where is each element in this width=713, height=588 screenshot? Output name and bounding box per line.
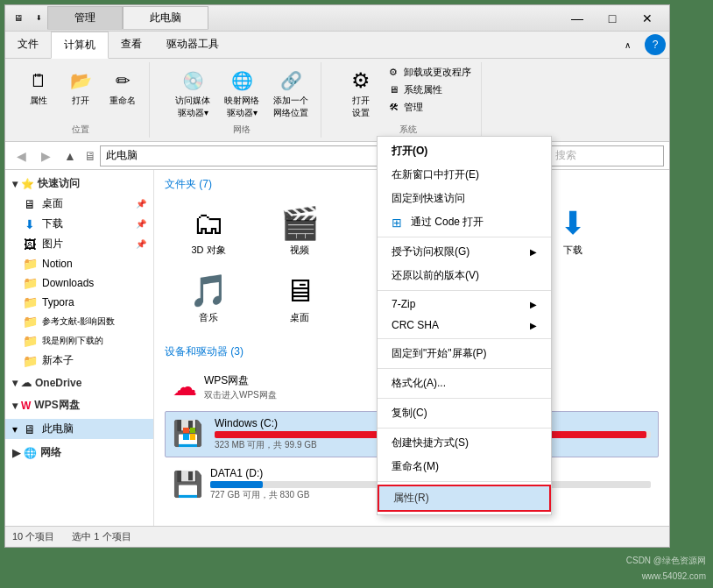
wps-icon: W [21, 400, 31, 412]
close-button[interactable]: ✕ [630, 5, 665, 32]
ribbon-subitem-system-props[interactable]: 🖥 系统属性 [384, 81, 474, 97]
manage-label: 管理 [404, 101, 423, 114]
references-folder-icon: 📁 [23, 315, 37, 329]
crcsha-arrow-icon: ▶ [530, 321, 537, 330]
help-btn[interactable]: ? [645, 34, 666, 55]
map-drive-icon: 🌐 [228, 67, 256, 95]
sidebar-section-wps: ▾ W WPS网盘 [5, 395, 153, 415]
ctx-item-properties[interactable]: 属性(R) [378, 485, 551, 512]
ctx-item-restore[interactable]: 还原以前的版本(V) [378, 264, 551, 287]
add-location-label: 添加一个网络位置 [273, 95, 308, 119]
ctx-divider-7 [378, 481, 551, 482]
onedrive-label: OneDrive [35, 377, 81, 389]
ctx-item-shortcut[interactable]: 创建快捷方式(S) [378, 431, 551, 455]
desktop-icon: 🖥 [23, 197, 37, 211]
sidebar-item-desktop[interactable]: 🖥 桌面 📌 [5, 194, 153, 214]
ctx-item-crcsha[interactable]: CRC SHA ▶ [378, 315, 551, 336]
ribbon-tab-drive-tools[interactable]: 驱动器工具 [154, 32, 231, 58]
folder-3d-icon: 🗂 [193, 205, 224, 242]
media-drive-label: 访问媒体驱动器▾ [175, 95, 210, 119]
ctx-item-open-new[interactable]: 在新窗口中打开(E) [378, 163, 551, 187]
ctx-item-vscode[interactable]: ⊞ 通过 Code 打开 [378, 210, 551, 234]
sidebar-header-network[interactable]: ▶ 🌐 网络 [5, 443, 153, 463]
sidebar-header-wps[interactable]: ▾ W WPS网盘 [5, 395, 153, 415]
sidebar-item-references[interactable]: 📁 参考文献-影响因数 [5, 312, 153, 331]
sidebar-header-quickaccess[interactable]: ▾ ⭐ 快速访问 [5, 174, 153, 194]
sidebar-item-downloaded[interactable]: 📁 我是刚刚下载的 [5, 331, 153, 351]
folder-music-name: 音乐 [199, 311, 218, 324]
up-button[interactable]: ▲ [60, 145, 81, 166]
maximize-button[interactable]: □ [595, 5, 630, 32]
ctx-item-pin-start[interactable]: 固定到"开始"屏幕(P) [378, 342, 551, 365]
back-button[interactable]: ◀ [11, 145, 32, 166]
network-arrow: ▶ [12, 447, 20, 459]
tab-manage[interactable]: 管理 [47, 6, 123, 29]
quickaccess-arrow: ▾ [12, 178, 18, 190]
windows-logo [183, 428, 195, 440]
folder-item-music[interactable]: 🎵 音乐 [165, 266, 252, 330]
media-drive-icon: 💿 [179, 67, 207, 95]
ribbon-group-location-label: 位置 [72, 124, 89, 136]
ctx-item-copy[interactable]: 复制(C) [378, 401, 551, 425]
folder-item-desktop[interactable]: 🖥 桌面 [256, 266, 343, 330]
sidebar-item-notebook[interactable]: 📁 新本子 [5, 351, 153, 371]
sidebar-typora-label: Typora [42, 296, 74, 308]
drive-c-icon-wrap: 💾 [173, 419, 208, 450]
sidebar-item-pictures[interactable]: 🖼 图片 📌 [5, 234, 153, 254]
sidebar-header-onedrive[interactable]: ▾ ☁ OneDrive [5, 374, 153, 392]
ribbon-subitem-uninstall[interactable]: ⚙ 卸载或更改程序 [384, 64, 474, 80]
main-area: ▾ ⭐ 快速访问 🖥 桌面 📌 ⬇ 下载 📌 🖼 图片 📌 [5, 170, 669, 526]
sidebar-downloads-label: 下载 [42, 216, 63, 231]
folder-desktop-name: 桌面 [290, 311, 309, 324]
ctx-divider-3 [378, 338, 551, 339]
sidebar-item-typora[interactable]: 📁 Typora [5, 293, 153, 312]
ribbon-tab-view[interactable]: 查看 [109, 32, 154, 58]
pictures-icon: 🖼 [23, 237, 37, 251]
address-path-text: 此电脑 [106, 148, 138, 163]
folder-item-3d[interactable]: 🗂 3D 对象 [165, 199, 252, 263]
tab-thispc[interactable]: 此电脑 [123, 6, 208, 29]
ctx-item-format[interactable]: 格式化(A)... [378, 372, 551, 395]
ribbon-tabs: 管理 此电脑 [47, 6, 208, 30]
ctx-divider-2 [378, 290, 551, 291]
ctx-item-rename[interactable]: 重命名(M) [378, 455, 551, 478]
ribbon-item-rename[interactable]: ✏ 重命名 [103, 64, 142, 122]
folder-item-video[interactable]: 🎬 视频 [256, 199, 343, 263]
ribbon-item-add-location[interactable]: 🔗 添加一个网络位置 [268, 64, 314, 122]
ribbon-tab-file[interactable]: 文件 [5, 32, 51, 58]
properties-label: 属性 [30, 95, 47, 107]
forward-button[interactable]: ▶ [35, 145, 56, 166]
item-count: 10 个项目 [12, 530, 54, 543]
uninstall-icon: ⚙ [386, 65, 400, 79]
ribbon-item-properties[interactable]: 🗒 属性 [19, 64, 58, 122]
addressbar: ◀ ▶ ▲ 🖥 此电脑 ↻ 🔍 搜索 [5, 142, 669, 170]
ctx-item-open[interactable]: 打开(O) [378, 139, 551, 163]
downloaded-folder-icon: 📁 [23, 334, 37, 348]
ribbon-item-map-drive[interactable]: 🌐 映射网络驱动器▾ [219, 64, 265, 122]
properties-icon: 🗒 [25, 67, 53, 95]
open-label: 打开 [72, 95, 89, 107]
ribbon-subitem-manage[interactable]: 🛠 管理 [384, 99, 474, 115]
ribbon-collapse-btn[interactable]: ∧ [610, 32, 645, 58]
sidebar-pictures-label: 图片 [42, 237, 63, 251]
ctx-item-pin[interactable]: 固定到快速访问 [378, 187, 551, 210]
selected-count: 选中 1 个项目 [72, 530, 131, 543]
watermark-csdn: CSDN @绿色资源网 [626, 555, 706, 567]
search-box[interactable]: 🔍 搜索 [533, 145, 664, 166]
sidebar-item-notion[interactable]: 📁 Notion [5, 254, 153, 273]
downloads-en-folder-icon: 📁 [23, 276, 37, 290]
sidebar-item-downloads-en[interactable]: 📁 Downloads [5, 273, 153, 293]
ribbon-item-media-drive[interactable]: 💿 访问媒体驱动器▾ [170, 64, 215, 122]
ribbon-item-settings[interactable]: ⚙ 打开设置 [342, 64, 380, 122]
downloads-pin-icon: 📌 [136, 219, 146, 229]
minimize-button[interactable]: — [560, 5, 595, 32]
sidebar-item-thispc[interactable]: ▾ 🖥 此电脑 [5, 419, 153, 439]
ctx-divider-1 [378, 237, 551, 237]
settings-label: 打开设置 [352, 95, 370, 119]
network-icon: 🌐 [24, 447, 37, 459]
ctx-item-access[interactable]: 授予访问权限(G) ▶ [378, 240, 551, 264]
ribbon-tab-computer[interactable]: 计算机 [51, 32, 109, 59]
ctx-item-7zip[interactable]: 7-Zip ▶ [378, 294, 551, 315]
ribbon-item-open[interactable]: 📂 打开 [61, 64, 100, 122]
sidebar-item-downloads[interactable]: ⬇ 下载 📌 [5, 214, 153, 234]
